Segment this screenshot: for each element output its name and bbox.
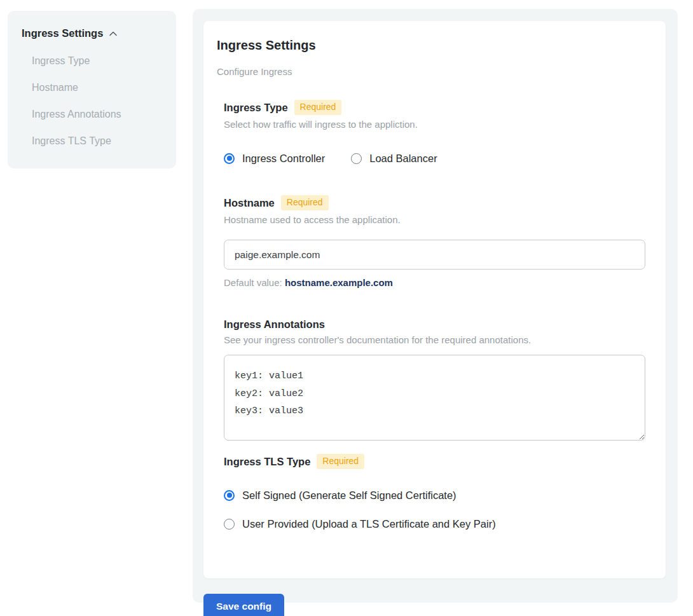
- hostname-heading: Hostname: [224, 196, 275, 209]
- radio-ingress-controller[interactable]: Ingress Controller: [224, 152, 325, 165]
- ingress-annotations-description: See your ingress controller's documentat…: [224, 334, 645, 346]
- ingress-type-description: Select how traffic will ingress to the a…: [224, 119, 645, 130]
- radio-self-signed[interactable]: Self Signed (Generate Self Signed Certif…: [224, 489, 645, 502]
- radio-label: User Provided (Upload a TLS Certificate …: [242, 517, 496, 530]
- ingress-type-radio-group: Ingress Controller Load Balancer: [224, 152, 645, 165]
- sidebar-item-hostname[interactable]: Hostname: [32, 83, 163, 93]
- section-ingress-tls-type: Ingress TLS Type Required Self Signed (G…: [224, 454, 645, 530]
- radio-label: Load Balancer: [369, 152, 437, 165]
- save-config-button[interactable]: Save config: [203, 594, 284, 616]
- radio-button-icon[interactable]: [224, 153, 235, 164]
- radio-label: Self Signed (Generate Self Signed Certif…: [242, 489, 456, 502]
- hostname-description: Hostname used to access the application.: [224, 214, 645, 226]
- section-hostname: Hostname Required Hostname used to acces…: [224, 195, 645, 289]
- ingress-settings-card: Ingress Settings Configure Ingress Ingre…: [203, 21, 666, 578]
- radio-load-balancer[interactable]: Load Balancer: [351, 152, 437, 165]
- required-badge: Required: [281, 195, 329, 210]
- sidebar-item-ingress-tls-type[interactable]: Ingress TLS Type: [32, 136, 163, 146]
- hostname-input[interactable]: [224, 240, 645, 270]
- ingress-annotations-textarea[interactable]: key1: value1 key2: value2 key3: value3: [224, 355, 645, 441]
- radio-user-provided[interactable]: User Provided (Upload a TLS Certificate …: [224, 517, 645, 530]
- section-ingress-annotations: Ingress Annotations See your ingress con…: [224, 318, 645, 441]
- radio-button-icon[interactable]: [224, 490, 235, 501]
- sidebar-header-ingress-settings[interactable]: Ingress Settings: [22, 27, 163, 39]
- ingress-tls-radio-group: Self Signed (Generate Self Signed Certif…: [224, 489, 645, 530]
- sidebar-header-label: Ingress Settings: [22, 27, 103, 39]
- chevron-up-icon: [108, 29, 118, 39]
- section-ingress-type: Ingress Type Required Select how traffic…: [224, 100, 645, 165]
- main-panel: Ingress Settings Configure Ingress Ingre…: [193, 9, 678, 603]
- required-badge: Required: [317, 454, 364, 469]
- radio-label: Ingress Controller: [242, 152, 325, 165]
- ingress-annotations-heading: Ingress Annotations: [224, 318, 325, 331]
- ingress-tls-type-heading: Ingress TLS Type: [224, 455, 310, 468]
- sidebar: Ingress Settings Ingress Type Hostname I…: [8, 11, 176, 168]
- ingress-type-heading: Ingress Type: [224, 101, 288, 114]
- page-title: Ingress Settings: [217, 38, 645, 53]
- radio-button-icon[interactable]: [351, 153, 362, 164]
- hostname-default-line: Default value: hostname.example.com: [224, 277, 645, 289]
- required-badge: Required: [294, 100, 342, 115]
- sidebar-item-ingress-annotations[interactable]: Ingress Annotations: [32, 109, 163, 120]
- page-subtitle: Configure Ingress: [217, 66, 645, 78]
- default-value-label: Default value:: [224, 277, 285, 288]
- radio-button-icon[interactable]: [224, 519, 235, 530]
- sidebar-item-ingress-type[interactable]: Ingress Type: [32, 56, 163, 66]
- default-value-text: hostname.example.com: [285, 277, 393, 288]
